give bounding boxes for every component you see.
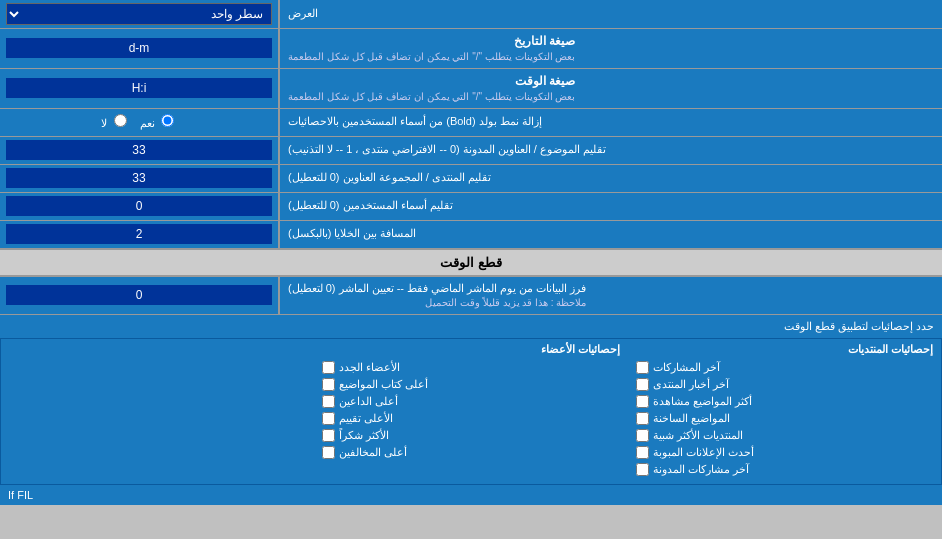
member-stat-item-2[interactable]: أعلى كتاب المواضيع xyxy=(322,378,619,391)
member-stat-checkbox-2[interactable] xyxy=(322,378,335,391)
stat-item-6[interactable]: أحدث الإعلانات المبوبة xyxy=(636,446,933,459)
stat-checkbox-3[interactable] xyxy=(636,395,649,408)
forum-titles-limit-input[interactable]: 33 xyxy=(6,168,272,188)
member-stat-item-5[interactable]: الأكثر شكراً xyxy=(322,429,619,442)
radio-no-label: لا xyxy=(101,114,129,130)
member-stats-col: إحصائيات الأعضاء الأعضاء الجدد أعلى كتاب… xyxy=(314,339,627,484)
fetch-control[interactable]: 0 xyxy=(0,277,280,314)
empty-col xyxy=(0,339,314,484)
cutoff-section-header: قطع الوقت xyxy=(0,250,942,276)
fetch-label: فرز البيانات من يوم الماشر الماضي فقط --… xyxy=(280,277,942,314)
bold-remove-label: إزالة نمط بولد (Bold) من أسماء المستخدمي… xyxy=(280,109,942,136)
member-stat-item-3[interactable]: أعلى الداعين xyxy=(322,395,619,408)
stat-item-1[interactable]: آخر المشاركات xyxy=(636,361,933,374)
stat-checkbox-4[interactable] xyxy=(636,412,649,425)
titles-limit-control[interactable]: 33 xyxy=(0,137,280,164)
forum-titles-limit-control[interactable]: 33 xyxy=(0,165,280,192)
columns-gap-input[interactable]: 2 xyxy=(6,224,272,244)
date-format-control[interactable]: d-m xyxy=(0,29,280,68)
member-stat-item-6[interactable]: أعلى المخالفين xyxy=(322,446,619,459)
stat-checkbox-2[interactable] xyxy=(636,378,649,391)
titles-limit-input[interactable]: 33 xyxy=(6,140,272,160)
time-format-label: صيغة الوقت بعض التكوينات يتطلب "/" التي … xyxy=(280,69,942,108)
stat-item-2[interactable]: آخر أخبار المنتدى xyxy=(636,378,933,391)
footer: If FIL xyxy=(0,484,942,505)
bold-remove-control[interactable]: نعم لا xyxy=(0,109,280,136)
date-format-input[interactable]: d-m xyxy=(6,38,272,58)
radio-yes-label: نعم xyxy=(140,114,177,130)
forum-stats-title: إحصائيات المنتديات xyxy=(636,343,933,356)
radio-no[interactable] xyxy=(114,114,127,127)
member-stats-title: إحصائيات الأعضاء xyxy=(322,343,619,356)
display-label: العرض xyxy=(280,0,942,28)
member-stat-checkbox-1[interactable] xyxy=(322,361,335,374)
member-stat-checkbox-4[interactable] xyxy=(322,412,335,425)
time-format-control[interactable]: H:i xyxy=(0,69,280,108)
usernames-limit-control[interactable]: 0 xyxy=(0,193,280,220)
forum-titles-limit-label: تقليم المنتدى / المجموعة العناوين (0 للت… xyxy=(280,165,942,192)
columns-gap-control[interactable]: 2 xyxy=(0,221,280,248)
stat-item-7[interactable]: آخر مشاركات المدونة xyxy=(636,463,933,476)
radio-yes[interactable] xyxy=(161,114,174,127)
display-select[interactable]: سطر واحد متعدد الأسطر xyxy=(6,3,272,25)
member-stat-checkbox-6[interactable] xyxy=(322,446,335,459)
stat-checkbox-1[interactable] xyxy=(636,361,649,374)
columns-gap-label: المسافة بين الخلايا (بالبكسل) xyxy=(280,221,942,248)
titles-limit-label: تقليم الموضوع / العناوين المدونة (0 -- ا… xyxy=(280,137,942,164)
usernames-limit-input[interactable]: 0 xyxy=(6,196,272,216)
stat-checkbox-6[interactable] xyxy=(636,446,649,459)
stat-item-3[interactable]: أكثر المواضيع مشاهدة xyxy=(636,395,933,408)
date-format-label: صيغة التاريخ بعض التكوينات يتطلب "/" الت… xyxy=(280,29,942,68)
stat-item-4[interactable]: المواضيع الساخنة xyxy=(636,412,933,425)
forum-stats-col: إحصائيات المنتديات آخر المشاركات آخر أخب… xyxy=(628,339,942,484)
member-stat-checkbox-3[interactable] xyxy=(322,395,335,408)
usernames-limit-label: تقليم أسماء المستخدمين (0 للتعطيل) xyxy=(280,193,942,220)
stats-apply-label: حدد إحصائيات لتطبيق قطع الوقت xyxy=(0,316,942,337)
time-format-input[interactable]: H:i xyxy=(6,78,272,98)
stat-item-5[interactable]: المنتديات الأكثر شبية xyxy=(636,429,933,442)
fetch-input[interactable]: 0 xyxy=(6,285,272,305)
member-stat-item-4[interactable]: الأعلى تقييم xyxy=(322,412,619,425)
stat-checkbox-5[interactable] xyxy=(636,429,649,442)
member-stat-checkbox-5[interactable] xyxy=(322,429,335,442)
member-stat-item-1[interactable]: الأعضاء الجدد xyxy=(322,361,619,374)
stat-checkbox-7[interactable] xyxy=(636,463,649,476)
display-control[interactable]: سطر واحد متعدد الأسطر xyxy=(0,0,280,28)
